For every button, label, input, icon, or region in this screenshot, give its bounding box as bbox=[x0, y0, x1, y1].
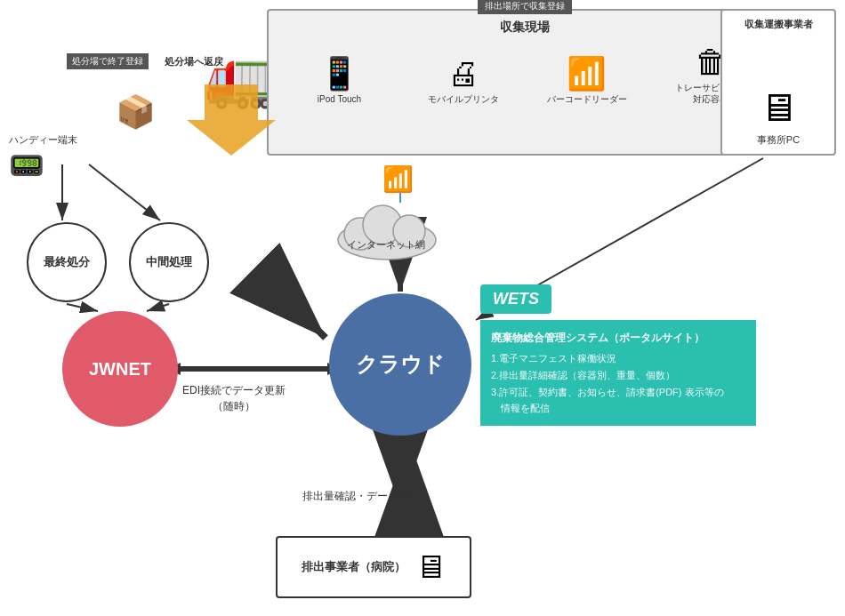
final-disposal-circle: 最終処分 bbox=[27, 222, 107, 302]
handy-icon: 📟 bbox=[9, 148, 77, 182]
emitter-label: 排出事業者（病院） bbox=[302, 559, 406, 575]
collection-tag: 排出場所で収集登録 bbox=[478, 0, 572, 14]
ipod-icon: 📱 bbox=[319, 58, 359, 90]
wets-info-item-1: 1.電子マニフェスト稼働状況 bbox=[491, 350, 745, 367]
wets-info-title: 廃棄物総合管理システム（ポータルサイト） bbox=[491, 329, 745, 347]
emission-label: 排出量確認・データ抽出 bbox=[302, 489, 420, 504]
barcode-reader-icon: 📶 bbox=[567, 58, 607, 90]
collection-box: 排出場所で収集登録 収集現場 📱 iPod Touch 🖨 モバイルプリンタ 📶… bbox=[267, 9, 783, 156]
svg-marker-16 bbox=[187, 84, 276, 156]
office-pc-label: 事務所PC bbox=[757, 133, 800, 147]
wets-info-item-2: 2.排出量詳細確認（容器別、重量、個数） bbox=[491, 367, 745, 384]
svg-line-5 bbox=[67, 304, 98, 311]
return-arrow-shape bbox=[187, 84, 276, 156]
wets-info-item-3: 3.許可証、契約書、お知らせ、請求書(PDF) 表示等の 情報を配信 bbox=[491, 384, 745, 417]
emitter-pc-icon: 🖥 bbox=[414, 548, 447, 586]
svg-line-6 bbox=[147, 304, 169, 311]
package-icon: 📦 bbox=[116, 93, 156, 131]
disposal-register-label: 処分場で終了登録 bbox=[67, 53, 149, 69]
wets-info-box: 廃棄物総合管理システム（ポータルサイト） 1.電子マニフェスト稼働状況 2.排出… bbox=[480, 320, 756, 426]
diagram-container: 処分場で終了登録 処分場へ返戻 ハンディー端末 📟 📦 🚛 排出場所で収集登録 … bbox=[0, 0, 845, 616]
wifi-icon: 📶 bbox=[382, 164, 414, 194]
ipod-label: iPod Touch bbox=[318, 93, 361, 105]
svg-line-7 bbox=[262, 276, 326, 338]
middle-disposal-circle: 中間処理 bbox=[129, 222, 209, 302]
svg-line-4 bbox=[89, 164, 160, 220]
internet-cloud-shape bbox=[329, 191, 445, 262]
printer-label: モバイルプリンタ bbox=[428, 93, 499, 105]
cloud-circle: クラウド bbox=[329, 293, 471, 436]
transport-company-title: 収集運搬事業者 bbox=[744, 18, 813, 31]
device-printer: 🖨 モバイルプリンタ bbox=[423, 58, 503, 105]
jwnet-circle: JWNET bbox=[62, 311, 178, 427]
transport-company-box: 収集運搬事業者 🖥 事務所PC bbox=[720, 9, 836, 156]
internet-label: インターネット網 bbox=[334, 238, 437, 252]
collection-area-title: 収集現場 bbox=[500, 20, 550, 36]
device-ipod: 📱 iPod Touch bbox=[300, 58, 380, 105]
devices-row: 📱 iPod Touch 🖨 モバイルプリンタ 📶 バーコードリーダー 🗑 トレ… bbox=[278, 46, 772, 105]
handy-terminal-area: ハンディー端末 📟 bbox=[9, 133, 77, 182]
office-pc-icon: 🖥 bbox=[759, 85, 798, 130]
connection-lines-icon: ≡ bbox=[397, 258, 405, 274]
device-barcode: 📶 バーコードリーダー bbox=[547, 58, 627, 105]
handy-label: ハンディー端末 bbox=[9, 133, 77, 147]
printer-icon: 🖨 bbox=[447, 58, 479, 90]
barcode-label: バーコードリーダー bbox=[547, 93, 627, 105]
emitter-box: 排出事業者（病院） 🖥 bbox=[276, 536, 471, 598]
edi-label: EDI接続でデータ更新 （随時） bbox=[182, 382, 286, 414]
wets-label: WETS bbox=[480, 284, 551, 314]
